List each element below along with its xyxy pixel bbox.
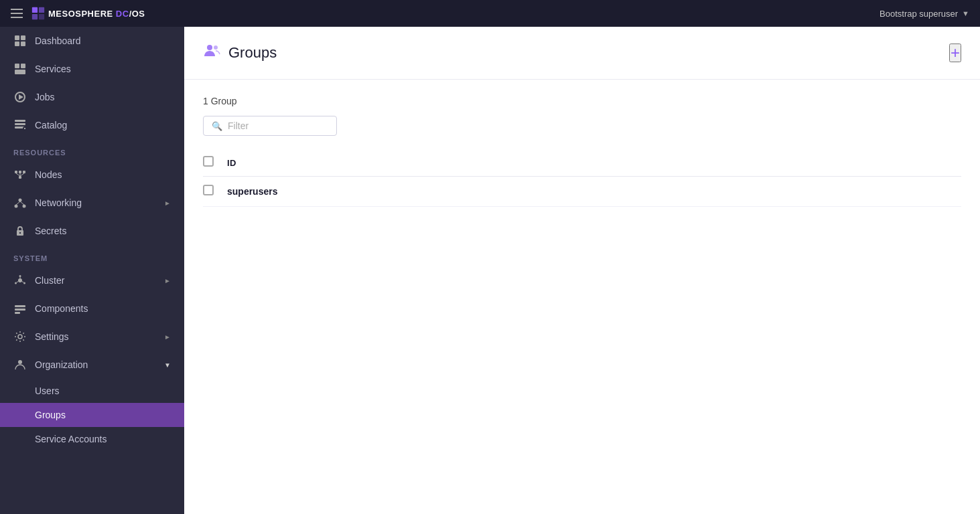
sidebar-item-jobs[interactable]: Jobs xyxy=(0,83,184,111)
sidebar-item-services[interactable]: Services xyxy=(0,55,184,83)
svg-point-36 xyxy=(15,282,17,284)
networking-icon xyxy=(13,196,27,209)
organization-icon xyxy=(13,358,27,371)
sidebar-item-cluster[interactable]: Cluster ► xyxy=(0,266,184,294)
sidebar-item-nodes-label: Nodes xyxy=(35,169,171,180)
sidebar-item-settings[interactable]: Settings ► xyxy=(0,323,184,351)
svg-point-34 xyxy=(19,275,21,277)
sidebar: Dashboard Services Jobs xyxy=(0,27,184,514)
sidebar-item-organization[interactable]: Organization ▼ xyxy=(0,351,184,379)
topnav: MESOSPHERE DC/OS Bootstrap superuser ▼ xyxy=(0,0,980,27)
svg-line-23 xyxy=(16,173,20,176)
sidebar-item-networking[interactable]: Networking ► xyxy=(0,189,184,217)
sidebar-item-components[interactable]: Components xyxy=(0,294,184,323)
settings-icon xyxy=(13,330,27,343)
main-content: Groups + 1 Group 🔍 ID superusers xyxy=(184,27,980,514)
svg-rect-21 xyxy=(23,171,25,173)
svg-point-43 xyxy=(18,335,22,339)
svg-rect-19 xyxy=(15,171,17,173)
layout: Dashboard Services Jobs xyxy=(0,27,980,514)
hamburger-menu[interactable] xyxy=(11,9,23,18)
group-count: 1 Group xyxy=(203,96,961,106)
sidebar-item-components-label: Components xyxy=(35,303,171,314)
system-section-label: System xyxy=(0,245,184,266)
sidebar-subitem-service-accounts[interactable]: Service Accounts xyxy=(0,427,184,451)
svg-rect-2 xyxy=(32,14,38,19)
sidebar-subitem-users-label: Users xyxy=(35,386,60,396)
mesosphere-logo-icon xyxy=(31,6,46,21)
svg-rect-20 xyxy=(19,171,21,173)
page-title: Groups xyxy=(228,44,277,62)
svg-rect-6 xyxy=(15,41,19,46)
dashboard-icon xyxy=(13,34,27,48)
cluster-chevron-icon: ► xyxy=(164,277,171,284)
row-checkbox[interactable] xyxy=(203,185,214,195)
sidebar-item-jobs-label: Jobs xyxy=(35,92,171,102)
svg-rect-9 xyxy=(21,64,25,68)
networking-chevron-icon: ► xyxy=(164,199,171,207)
svg-line-24 xyxy=(20,173,24,176)
svg-marker-12 xyxy=(19,94,23,100)
svg-point-26 xyxy=(19,199,22,202)
sidebar-item-settings-label: Settings xyxy=(35,331,156,342)
sidebar-item-nodes[interactable]: Nodes xyxy=(0,161,184,189)
nodes-icon xyxy=(13,168,27,181)
svg-rect-8 xyxy=(15,64,19,68)
logo-text: MESOSPHERE DC/OS xyxy=(48,9,145,19)
svg-point-27 xyxy=(15,205,18,208)
svg-rect-0 xyxy=(32,7,38,13)
svg-rect-4 xyxy=(15,35,19,40)
svg-point-46 xyxy=(214,46,218,50)
table-header: ID xyxy=(203,149,961,177)
svg-point-44 xyxy=(18,360,22,364)
svg-rect-10 xyxy=(15,70,25,74)
svg-rect-5 xyxy=(21,35,25,40)
sidebar-item-secrets[interactable]: Secrets xyxy=(0,217,184,245)
page-header: Groups + xyxy=(184,27,980,80)
svg-line-29 xyxy=(16,201,20,205)
groups-icon xyxy=(203,41,222,64)
jobs-icon xyxy=(13,90,27,104)
sidebar-subitem-service-accounts-label: Service Accounts xyxy=(35,434,107,444)
logo: MESOSPHERE DC/OS xyxy=(31,6,145,21)
sidebar-item-secrets-label: Secrets xyxy=(35,226,171,236)
settings-chevron-icon: ► xyxy=(164,333,171,341)
sidebar-subitem-groups[interactable]: Groups xyxy=(0,403,184,427)
add-group-button[interactable]: + xyxy=(949,44,961,62)
organization-chevron-icon: ▼ xyxy=(164,361,171,369)
sidebar-item-organization-label: Organization xyxy=(35,359,156,370)
sidebar-item-catalog[interactable]: Catalog xyxy=(0,111,184,139)
user-menu[interactable]: Bootstrap superuser ▼ xyxy=(880,9,969,19)
svg-rect-40 xyxy=(15,305,25,307)
header-id-col: ID xyxy=(227,158,236,168)
svg-point-35 xyxy=(23,282,25,284)
svg-rect-3 xyxy=(39,14,44,19)
svg-rect-42 xyxy=(15,312,20,314)
row-checkbox-col xyxy=(203,185,227,198)
svg-point-45 xyxy=(207,45,212,50)
svg-rect-22 xyxy=(19,176,21,179)
user-dropdown-arrow: ▼ xyxy=(962,9,969,17)
svg-rect-1 xyxy=(39,7,44,13)
svg-line-39 xyxy=(17,282,19,282)
filter-input[interactable] xyxy=(228,120,328,131)
sidebar-item-services-label: Services xyxy=(35,64,171,74)
sidebar-subitem-users[interactable]: Users xyxy=(0,379,184,403)
content-area: 1 Group 🔍 ID superusers xyxy=(184,80,980,514)
secrets-icon xyxy=(13,224,27,238)
svg-line-38 xyxy=(22,282,24,282)
sidebar-item-dashboard[interactable]: Dashboard xyxy=(0,27,184,55)
resources-section-label: Resources xyxy=(0,139,184,161)
search-icon: 🔍 xyxy=(212,121,222,131)
svg-point-32 xyxy=(19,232,21,234)
table-row[interactable]: superusers xyxy=(203,177,961,207)
sidebar-item-networking-label: Networking xyxy=(35,197,156,208)
row-id: superusers xyxy=(227,186,277,197)
header-checkbox-col xyxy=(203,156,227,169)
svg-point-33 xyxy=(18,278,22,282)
catalog-icon xyxy=(13,118,27,132)
header-checkbox[interactable] xyxy=(203,156,214,167)
svg-rect-7 xyxy=(21,41,25,46)
svg-point-28 xyxy=(23,205,26,208)
svg-rect-41 xyxy=(15,309,25,311)
